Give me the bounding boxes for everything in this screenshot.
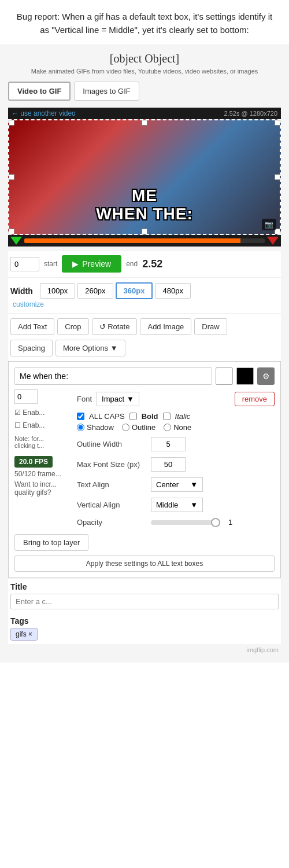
title-label: Title xyxy=(10,582,279,591)
all-caps-checkbox[interactable] xyxy=(77,413,84,420)
start-time-input[interactable] xyxy=(10,257,39,271)
start-label: start xyxy=(44,260,57,268)
bold-label: Bold xyxy=(142,412,158,421)
remove-button[interactable]: remove xyxy=(235,392,275,406)
text-color-black[interactable] xyxy=(236,367,254,385)
more-options-button[interactable]: More Options ▼ xyxy=(55,340,125,356)
video-info: 2.52s @ 1280x720 xyxy=(224,110,277,117)
scrubber-row xyxy=(8,235,281,247)
none-label: None xyxy=(173,423,191,432)
title-input[interactable] xyxy=(10,594,279,609)
text-box-input[interactable] xyxy=(14,367,212,385)
frames-text: 50/120 frame... xyxy=(14,470,72,478)
text-id-input[interactable] xyxy=(14,389,38,404)
outline-option[interactable]: Outline xyxy=(122,423,155,432)
vertical-align-dropdown-icon: ▼ xyxy=(190,501,198,509)
fps-badge: 20.0 FPS xyxy=(14,456,53,468)
opacity-row: Opacity 1 xyxy=(77,516,275,528)
use-another-video-link[interactable]: ← use another video xyxy=(12,109,76,117)
vertical-align-select[interactable]: Middle ▼ xyxy=(151,498,203,512)
bold-checkbox[interactable] xyxy=(129,413,137,420)
tab-images-to-gif[interactable]: Images to GIF xyxy=(74,82,139,101)
bug-report-header: Bug report: When a gif has a default tex… xyxy=(0,0,289,45)
text-color-white[interactable] xyxy=(216,367,233,385)
tab-row: Video to GIF Images to GIF xyxy=(8,82,281,101)
spacing-button[interactable]: Spacing xyxy=(10,340,53,356)
none-option[interactable]: None xyxy=(164,423,191,432)
gif-maker-container: [object Object] Make animated GIFs from … xyxy=(0,45,289,663)
opacity-label: Opacity xyxy=(77,518,146,527)
rotate-button[interactable]: ↺ Rotate xyxy=(92,318,138,335)
opacity-slider[interactable] xyxy=(151,520,220,525)
corner-ml[interactable] xyxy=(9,174,14,180)
outline-width-label: Outline Width xyxy=(77,440,146,448)
vertical-align-label: Vertical Align xyxy=(77,501,146,509)
meme-text: ME WHEN THE: xyxy=(96,186,193,223)
corner-mb[interactable] xyxy=(142,229,147,234)
corner-bl[interactable] xyxy=(9,229,14,234)
bring-to-top-button[interactable]: Bring to top layer xyxy=(14,534,88,551)
spacing-row: Spacing More Options ▼ xyxy=(8,340,281,361)
tag-chip-gifs[interactable]: gifs × xyxy=(10,628,38,641)
meme-line2: WHEN THE: xyxy=(96,205,193,223)
outline-width-input[interactable] xyxy=(151,437,186,451)
shadow-label: Shadow xyxy=(87,423,114,432)
apply-all-button[interactable]: Apply these settings to ALL text boxes xyxy=(14,556,275,572)
text-right-col: Font Impact ▼ remove ALL CAPS Bold xyxy=(77,389,275,528)
corner-mt[interactable] xyxy=(142,120,147,126)
text-align-value: Center xyxy=(156,480,179,489)
crop-button[interactable]: Crop xyxy=(57,318,88,335)
caps-row: ALL CAPS Bold Italic xyxy=(77,412,275,421)
title-section: Title xyxy=(8,578,281,613)
enable-item-1: ☑ Enab... xyxy=(14,407,72,418)
scrubber-bar[interactable] xyxy=(24,238,265,243)
add-text-button[interactable]: Add Text xyxy=(10,318,54,335)
corner-tl[interactable] xyxy=(9,120,14,126)
camera-icon: 📷 xyxy=(262,219,276,230)
max-font-size-label: Max Font Size (px) xyxy=(77,460,146,469)
tags-label: Tags xyxy=(10,616,279,626)
width-360[interactable]: 360px xyxy=(116,282,153,299)
font-value: Impact xyxy=(102,395,124,403)
radio-row: Shadow Outline None xyxy=(77,423,275,432)
tags-section: Tags gifs × xyxy=(8,613,281,644)
width-row: Width 100px 260px 360px 480px customize xyxy=(8,277,281,313)
toolbar-row: Add Text Crop ↺ Rotate Add Image Draw xyxy=(8,313,281,340)
draw-button[interactable]: Draw xyxy=(194,318,227,335)
max-font-size-input[interactable] xyxy=(151,457,186,472)
preview-label: Preview xyxy=(82,259,111,269)
font-label: Font xyxy=(77,395,92,403)
gif-maker-subtitle: Make animated GIFs from video files, You… xyxy=(8,68,281,75)
scrubber-start-arrow[interactable] xyxy=(10,237,22,245)
video-canvas: ME WHEN THE: 📷 xyxy=(8,119,281,235)
width-480[interactable]: 480px xyxy=(155,283,190,299)
width-label: Width xyxy=(10,286,33,296)
width-260[interactable]: 260px xyxy=(77,283,113,299)
corner-mr[interactable] xyxy=(275,174,280,180)
end-value: 2.52 xyxy=(142,258,162,270)
text-settings-gear[interactable]: ⚙ xyxy=(257,367,275,385)
width-100[interactable]: 100px xyxy=(40,283,75,299)
font-row: Font Impact ▼ remove xyxy=(77,389,275,409)
scrubber-end-arrow[interactable] xyxy=(267,237,279,245)
all-caps-label: ALL CAPS xyxy=(89,412,125,421)
video-preview-area: ← use another video 2.52s @ 1280x720 ME … xyxy=(8,108,281,247)
font-select[interactable]: Impact ▼ xyxy=(97,392,139,406)
vertical-align-row: Vertical Align Middle ▼ xyxy=(77,496,275,514)
text-align-select[interactable]: Center ▼ xyxy=(151,477,203,492)
outline-label: Outline xyxy=(132,423,155,432)
outline-width-row: Outline Width xyxy=(77,435,275,453)
shadow-option[interactable]: Shadow xyxy=(77,423,114,432)
corner-tr[interactable] xyxy=(275,120,280,126)
bug-report-text: Bug report: When a gif has a default tex… xyxy=(17,12,272,35)
imgflip-credit: imgflip.com xyxy=(8,644,281,656)
text-id-row xyxy=(14,389,72,404)
font-dropdown-icon: ▼ xyxy=(127,395,134,403)
preview-button[interactable]: ▶ Preview xyxy=(62,255,121,273)
customize-link[interactable]: customize xyxy=(13,300,279,308)
tab-video-to-gif[interactable]: Video to GIF xyxy=(8,82,71,101)
meme-line1: ME xyxy=(132,186,157,204)
max-font-size-row: Max Font Size (px) xyxy=(77,455,275,473)
add-image-button[interactable]: Add Image xyxy=(140,318,191,335)
italic-checkbox[interactable] xyxy=(163,413,171,420)
